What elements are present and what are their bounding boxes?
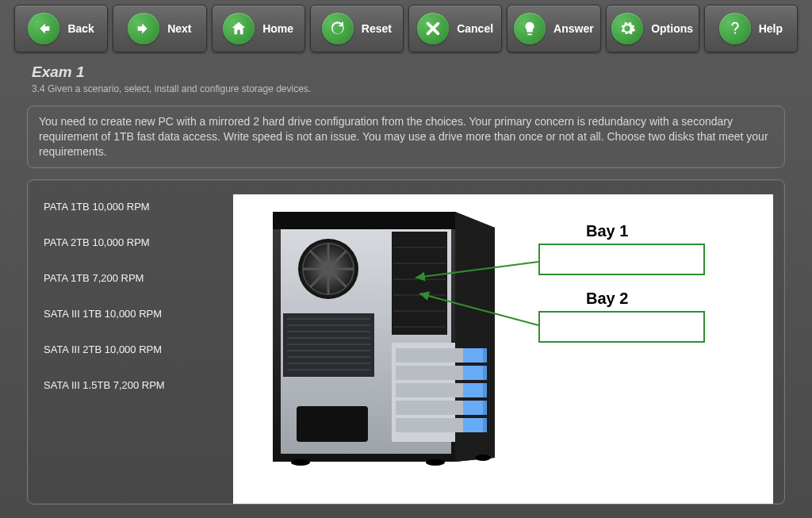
question-icon: [719, 13, 751, 44]
options-label: Options: [651, 22, 693, 35]
reset-label: Reset: [362, 22, 392, 35]
exam-objective: 3.4 Given a scenario, select, install an…: [32, 83, 780, 94]
next-button[interactable]: Next: [113, 5, 206, 52]
drive-option[interactable]: SATA III 1TB 10,000 RPM: [44, 308, 225, 320]
exam-title: Exam 1: [32, 63, 780, 81]
home-button[interactable]: Home: [212, 5, 305, 52]
cancel-label: Cancel: [457, 22, 493, 35]
svg-rect-38: [463, 418, 487, 432]
help-label: Help: [759, 22, 783, 35]
options-button[interactable]: Options: [606, 5, 699, 52]
help-button[interactable]: Help: [704, 5, 798, 52]
home-label: Home: [262, 22, 293, 35]
drive-option[interactable]: PATA 2TB 10,000 RPM: [44, 236, 225, 248]
cancel-button[interactable]: Cancel: [408, 5, 502, 52]
pc-case-image: [257, 204, 503, 466]
question-text: You need to create new PC with a mirrore…: [27, 106, 785, 168]
back-button[interactable]: Back: [14, 5, 108, 52]
drive-option[interactable]: SATA III 1.5TB 7,200 RPM: [44, 379, 225, 391]
drive-option[interactable]: PATA 1TB 7,200 RPM: [44, 272, 225, 284]
svg-point-40: [426, 459, 445, 466]
svg-point-41: [475, 455, 491, 461]
bay1-dropzone[interactable]: [538, 244, 705, 275]
drive-option[interactable]: SATA III 2TB 10,000 RPM: [44, 343, 225, 355]
svg-rect-9: [283, 313, 374, 377]
toolbar: Back Next Home Reset Cancel Answer Opt: [0, 0, 812, 59]
arrow-left-icon: [28, 13, 59, 44]
reset-button[interactable]: Reset: [310, 5, 404, 52]
bay2-dropzone[interactable]: [538, 311, 705, 343]
svg-rect-36: [463, 383, 487, 397]
home-icon: [223, 13, 255, 44]
svg-rect-2: [273, 212, 455, 229]
drive-option[interactable]: PATA 1TB 10,000 RPM: [44, 201, 225, 213]
gear-icon: [611, 13, 643, 44]
drop-canvas: Bay 1 Bay 2: [233, 194, 773, 504]
drive-list: PATA 1TB 10,000 RPM PATA 2TB 10,000 RPM …: [39, 194, 225, 504]
svg-point-39: [291, 459, 310, 466]
answer-label: Answer: [553, 22, 594, 35]
next-label: Next: [167, 22, 191, 35]
answer-button[interactable]: Answer: [507, 5, 600, 52]
lightbulb-icon: [514, 13, 546, 44]
close-icon: [417, 13, 449, 44]
back-label: Back: [67, 22, 94, 35]
bay2-label: Bay 2: [586, 290, 628, 308]
work-area: PATA 1TB 10,000 RPM PATA 2TB 10,000 RPM …: [27, 179, 785, 505]
svg-rect-19: [297, 406, 368, 442]
refresh-icon: [322, 13, 354, 44]
bay1-label: Bay 1: [586, 222, 628, 240]
svg-rect-35: [463, 366, 487, 380]
svg-rect-37: [463, 401, 487, 415]
exam-header: Exam 1 3.4 Given a scenario, select, ins…: [0, 59, 812, 98]
svg-rect-34: [463, 348, 487, 363]
arrow-right-icon: [128, 13, 159, 44]
